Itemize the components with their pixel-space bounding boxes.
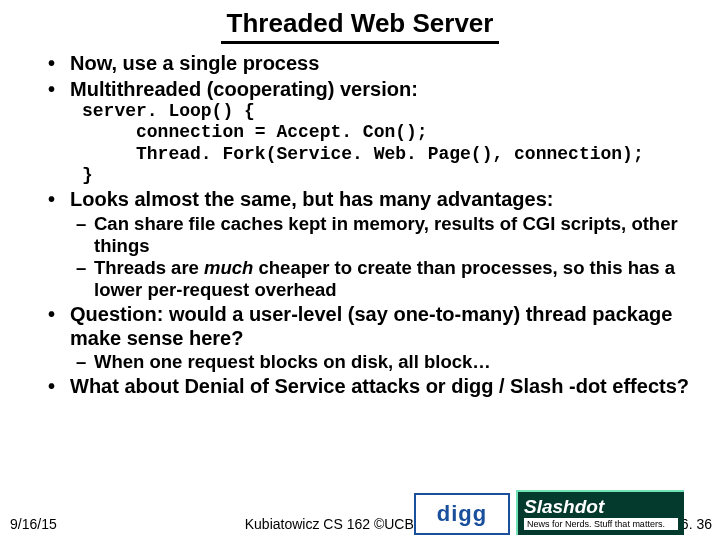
bullet-5: What about Denial of Service attacks or … (48, 375, 692, 399)
sub-3: When one request blocks on disk, all blo… (48, 351, 692, 373)
slashdot-title: Slashdot (524, 497, 678, 516)
footer-date: 9/16/15 (10, 516, 57, 532)
bullet-4: Question: would a user-level (say one-to… (48, 303, 692, 350)
slide-title-wrap: Threaded Web Server (0, 0, 720, 44)
sub-2a: Threads are (94, 257, 204, 278)
sub-1: Can share file caches kept in memory, re… (48, 213, 692, 257)
bullet-1: Now, use a single process (48, 52, 692, 76)
digg-logo: digg (414, 493, 510, 535)
sub-2b: much (204, 257, 253, 278)
slashdot-sub: News for Nerds. Stuff that matters. (524, 518, 678, 530)
slide-content: Now, use a single process Multithreaded … (0, 44, 720, 399)
slashdot-logo: Slashdot News for Nerds. Stuff that matt… (516, 490, 684, 535)
slide-title: Threaded Web Server (221, 8, 500, 44)
logos-row: digg Slashdot News for Nerds. Stuff that… (414, 490, 684, 535)
bullet-3: Looks almost the same, but has many adva… (48, 188, 692, 212)
sub-2: Threads are much cheaper to create than … (48, 257, 692, 301)
slide-footer: 9/16/15 Kubiatowicz CS 162 ©UCB Fall 201… (0, 494, 720, 540)
bullet-2: Multithreaded (cooperating) version: (48, 78, 692, 102)
code-block: server. Loop() { connection = Accept. Co… (48, 101, 692, 186)
